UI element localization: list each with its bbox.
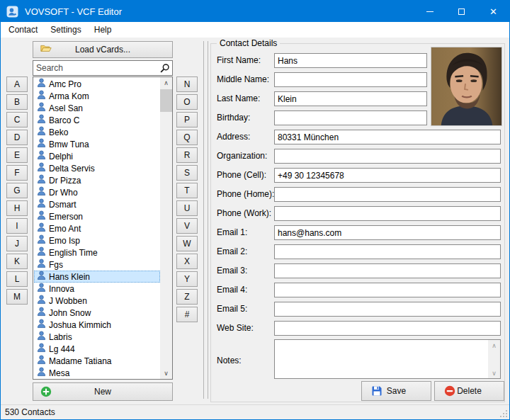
list-item-arma-kom[interactable]: Arma Kom bbox=[34, 90, 160, 102]
list-item-innova[interactable]: Innova bbox=[34, 283, 160, 295]
alpha-button-d[interactable]: D bbox=[6, 130, 28, 145]
scroll-down-icon[interactable]: ∨ bbox=[160, 368, 172, 379]
email-2-field[interactable] bbox=[274, 244, 501, 259]
alpha-button-l[interactable]: L bbox=[6, 271, 28, 287]
scroll-up-icon[interactable]: ∧ bbox=[160, 77, 172, 89]
contact-name: English Time bbox=[49, 248, 98, 258]
phone-work-field[interactable] bbox=[274, 206, 501, 221]
last-name-field[interactable] bbox=[274, 91, 427, 106]
alpha-button-i[interactable]: I bbox=[6, 218, 28, 234]
alpha-button-k[interactable]: K bbox=[6, 254, 28, 269]
person-icon bbox=[37, 331, 46, 343]
minimize-button[interactable] bbox=[414, 1, 446, 22]
list-item-dsmart[interactable]: Dsmart bbox=[34, 198, 160, 210]
middle-name-field[interactable] bbox=[274, 72, 427, 87]
web-site-field[interactable] bbox=[274, 321, 501, 336]
list-item-beko[interactable]: Beko bbox=[34, 126, 160, 138]
list-item-joshua-kimmich[interactable]: Joshua Kimmich bbox=[34, 319, 160, 331]
list-item-barco-c[interactable]: Barco C bbox=[34, 114, 160, 126]
menu-item-contact[interactable]: Contact bbox=[2, 22, 44, 38]
list-item-english-time[interactable]: English Time bbox=[34, 246, 160, 259]
alpha-button-s[interactable]: S bbox=[176, 165, 198, 181]
alpha-button-u[interactable]: U bbox=[176, 200, 198, 216]
list-item-john-snow[interactable]: John Snow bbox=[34, 307, 160, 319]
alpha-button-o[interactable]: O bbox=[176, 94, 198, 110]
alpha-button-v[interactable]: V bbox=[176, 218, 198, 234]
list-item-amc-pro[interactable]: Amc Pro bbox=[34, 78, 160, 90]
contact-details-group: Contact Details First Name:Middle Name:L… bbox=[210, 43, 505, 402]
contact-name: Dsmart bbox=[49, 200, 76, 210]
alpha-button-a[interactable]: A bbox=[6, 76, 28, 92]
alpha-button-j[interactable]: J bbox=[6, 236, 28, 251]
close-button[interactable]: ✕ bbox=[477, 1, 509, 22]
resize-grip-icon[interactable] bbox=[506, 416, 507, 417]
alpha-button-p[interactable]: P bbox=[176, 112, 198, 127]
list-item-mesa[interactable]: Mesa bbox=[34, 367, 160, 379]
list-item-madame-tatiana[interactable]: Madame Tatiana bbox=[34, 355, 160, 367]
search-icon[interactable] bbox=[159, 63, 170, 74]
notes-scrollbar[interactable]: ∧ ∨ bbox=[488, 340, 500, 378]
alpha-button-f[interactable]: F bbox=[6, 165, 28, 181]
list-item-j-wobben[interactable]: J Wobben bbox=[34, 295, 160, 307]
menu-item-help[interactable]: Help bbox=[88, 22, 118, 38]
phone-home-field[interactable] bbox=[274, 187, 501, 202]
list-item-asel-san[interactable]: Asel San bbox=[34, 102, 160, 114]
first-name-field[interactable] bbox=[274, 53, 427, 68]
notes-field[interactable] bbox=[275, 340, 500, 378]
alpha-button-m[interactable]: M bbox=[6, 289, 28, 305]
list-item-dr-pizza[interactable]: Dr Pizza bbox=[34, 174, 160, 186]
email-3-field[interactable] bbox=[274, 263, 501, 278]
search-input[interactable] bbox=[33, 61, 172, 75]
title-bar[interactable]: VOVSOFT - VCF Editor ✕ bbox=[1, 1, 509, 22]
alpha-button-z[interactable]: Z bbox=[176, 289, 198, 305]
panel-splitter[interactable] bbox=[203, 41, 208, 399]
address-field[interactable] bbox=[274, 130, 501, 144]
list-item-emo-ant[interactable]: Emo Ant bbox=[34, 222, 160, 234]
contact-name: Mesa bbox=[49, 368, 69, 378]
scrollbar-thumb[interactable] bbox=[160, 89, 172, 112]
list-item-delphi[interactable]: Delphi bbox=[34, 150, 160, 162]
app-window: VOVSOFT - VCF Editor ✕ ContactSettingsHe… bbox=[0, 0, 510, 420]
email-4-field[interactable] bbox=[274, 283, 501, 297]
list-item-emerson[interactable]: Emerson bbox=[34, 210, 160, 222]
alpha-button-e[interactable]: E bbox=[6, 147, 28, 163]
phone-cell-field[interactable] bbox=[274, 168, 501, 183]
list-item-delta-servis[interactable]: Delta Servis bbox=[34, 162, 160, 174]
scroll-up-icon[interactable]: ∧ bbox=[488, 340, 500, 351]
list-item-fgs[interactable]: Fgs bbox=[34, 259, 160, 271]
list-item-dr-who[interactable]: Dr Who bbox=[34, 186, 160, 198]
list-item-hans-klein[interactable]: Hans Klein bbox=[34, 271, 160, 283]
list-item-lg-444[interactable]: Lg 444 bbox=[34, 343, 160, 355]
alpha-button-y[interactable]: Y bbox=[176, 271, 198, 287]
alpha-button-c[interactable]: C bbox=[6, 112, 28, 127]
contact-list-items: Amc ProArma KomAsel SanBarco CBekoBmw Tu… bbox=[34, 78, 160, 379]
list-item-labris[interactable]: Labris bbox=[34, 331, 160, 343]
birthday-field[interactable] bbox=[274, 110, 427, 125]
alpha-button-g[interactable]: G bbox=[6, 183, 28, 198]
delete-button[interactable]: Delete bbox=[434, 381, 504, 401]
phone-work-label: Phone (Work): bbox=[217, 208, 271, 218]
alpha-button-x[interactable]: X bbox=[176, 254, 198, 269]
alpha-button-q[interactable]: Q bbox=[176, 130, 198, 145]
alpha-button-t[interactable]: T bbox=[176, 183, 198, 198]
save-floppy-icon bbox=[371, 385, 382, 397]
alpha-button-b[interactable]: B bbox=[6, 94, 28, 110]
contact-list-scrollbar[interactable]: ∧ ∨ bbox=[160, 77, 172, 379]
load-vcards-button[interactable]: Load vCards... bbox=[33, 41, 173, 58]
scroll-down-icon[interactable]: ∨ bbox=[488, 368, 500, 378]
maximize-button[interactable] bbox=[446, 1, 477, 22]
alpha-button-h[interactable]: H bbox=[6, 200, 28, 216]
contact-name: Madame Tatiana bbox=[49, 356, 112, 366]
new-contact-button[interactable]: New bbox=[33, 382, 173, 401]
email-1-field[interactable] bbox=[274, 225, 501, 240]
alpha-button-item[interactable]: # bbox=[176, 307, 198, 322]
list-item-bmw-tuna[interactable]: Bmw Tuna bbox=[34, 138, 160, 150]
alpha-button-w[interactable]: W bbox=[176, 236, 198, 251]
email-5-field[interactable] bbox=[274, 302, 501, 317]
organization-field[interactable] bbox=[274, 149, 501, 164]
menu-item-settings[interactable]: Settings bbox=[44, 22, 87, 38]
alpha-button-n[interactable]: N bbox=[176, 76, 198, 92]
save-button[interactable]: Save bbox=[361, 381, 431, 401]
list-item-emo-isp[interactable]: Emo Isp bbox=[34, 234, 160, 246]
alpha-button-r[interactable]: R bbox=[176, 147, 198, 163]
